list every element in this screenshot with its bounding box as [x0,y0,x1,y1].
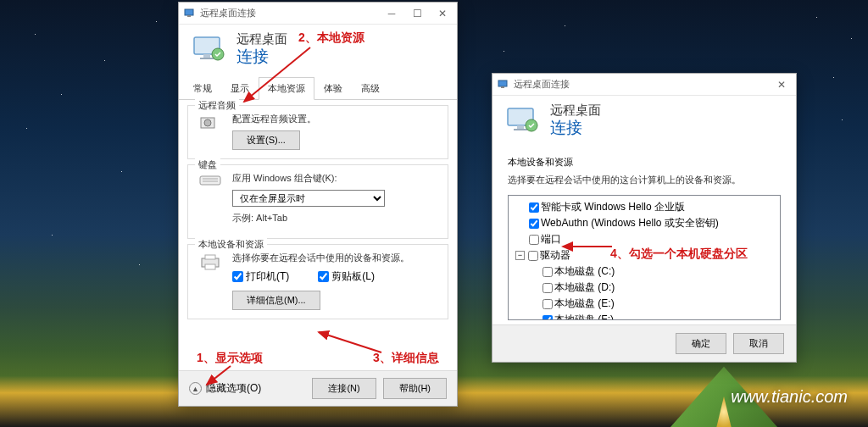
rdp-monitor-icon [192,36,226,64]
app-icon [498,79,509,91]
titlebar[interactable]: 远程桌面连接 ─ ☐ ✕ [179,3,457,25]
checkbox-clipboard[interactable]: 剪贴板(L) [318,269,375,284]
group-keyboard: 键盘 应用 Windows 组合键(K): 仅在全屏显示时 示例: Alt+Ta… [187,164,448,239]
device-tree[interactable]: 智能卡或 Windows Hello 企业版 WebAuthn (Windows… [508,195,781,320]
cancel-button[interactable]: 取消 [733,333,784,354]
audio-text: 配置远程音频设置。 [232,113,439,125]
group-title-audio: 远程音频 [195,99,239,112]
tree-node-drive-f[interactable]: 本地磁盘 (F:) [515,312,776,320]
chevron-up-icon: ▲ [189,382,202,395]
svg-rect-22 [514,129,527,130]
maximize-button[interactable]: ☐ [404,3,430,24]
minimize-button[interactable]: ─ [379,3,404,24]
tab-experience[interactable]: 体验 [314,77,352,100]
banner: 远程桌面 连接 [492,96,796,147]
speaker-icon [197,113,224,150]
app-icon [184,8,196,19]
svg-rect-4 [185,9,193,15]
tree-node-drive-d[interactable]: 本地磁盘 (D:) [515,280,776,296]
close-button[interactable]: ✕ [430,3,455,24]
tab-display[interactable]: 显示 [221,77,259,100]
checkbox-printer[interactable]: 打印机(T) [232,269,289,284]
keyboard-icon [197,172,224,230]
window-title: 远程桌面连接 [514,78,769,91]
svg-rect-8 [200,58,214,59]
group-local-devices: 本地设备和资源 选择你要在远程会话中使用的设备和资源。 打印机(T) 剪贴板(L… [187,244,448,319]
tree-node-ports[interactable]: 端口 [515,231,776,247]
banner-subtitle: 连接 [550,117,601,139]
svg-rect-12 [200,176,220,185]
ok-button[interactable]: 确定 [676,333,726,354]
footer: ▲ 隐藏选项(O) 连接(N) 帮助(H) [179,370,457,406]
close-button[interactable]: ✕ [769,75,794,95]
window-title: 远程桌面连接 [200,7,379,19]
hide-options-toggle[interactable]: ▲ 隐藏选项(O) [189,381,261,396]
rdp-window-main: 远程桌面连接 ─ ☐ ✕ 远程桌面 连接 常规 显示 本地资源 体验 高级 远程… [178,2,458,407]
connect-button[interactable]: 连接(N) [312,378,376,399]
footer: 确定 取消 [492,324,796,362]
svg-point-11 [204,119,211,126]
tree-node-drive-c[interactable]: 本地磁盘 (C:) [515,263,776,280]
tab-bar: 常规 显示 本地资源 体验 高级 [179,76,457,100]
tab-body: 远程音频 配置远程音频设置。 设置(S)... 键盘 应用 Windows 组合… [179,100,457,330]
watermark-text: www.tianic.com [731,387,848,407]
svg-rect-18 [498,80,507,86]
svg-rect-16 [205,255,215,259]
tab-advanced[interactable]: 高级 [352,77,389,100]
tree-node-smartcard[interactable]: 智能卡或 Windows Hello 企业版 [515,199,776,215]
tab-local-resources[interactable]: 本地资源 [259,77,314,100]
keyboard-combo-select[interactable]: 仅在全屏显示时 [232,190,385,207]
tree-node-drives[interactable]: −驱动器 [515,247,776,263]
hide-options-label: 隐藏选项(O) [206,381,261,396]
audio-settings-button[interactable]: 设置(S)... [232,130,300,150]
group-title-devices: 本地设备和资源 [195,238,267,251]
svg-rect-17 [205,264,215,269]
group-remote-audio: 远程音频 配置远程音频设置。 设置(S)... [187,105,448,159]
svg-rect-21 [517,125,524,129]
tab-general[interactable]: 常规 [184,77,221,100]
svg-rect-5 [187,15,191,17]
help-button[interactable]: 帮助(H) [383,378,447,399]
collapse-icon[interactable]: − [515,251,525,260]
titlebar[interactable]: 远程桌面连接 ✕ [492,74,796,96]
keyboard-example: 示例: Alt+Tab [232,212,439,225]
section-subtitle: 选择要在远程会话中使用的这台计算机上的设备和资源。 [508,174,781,186]
rdp-window-details: 远程桌面连接 ✕ 远程桌面 连接 本地设备和资源 选择要在远程会话中使用的这台计… [492,73,797,363]
svg-rect-7 [203,54,210,58]
banner-subtitle: 连接 [236,46,287,68]
details-body: 本地设备和资源 选择要在远程会话中使用的这台计算机上的设备和资源。 智能卡或 W… [492,147,796,320]
details-button[interactable]: 详细信息(M)... [232,291,320,310]
section-title: 本地设备和资源 [508,156,781,169]
keyboard-text: 应用 Windows 组合键(K): [232,172,439,185]
svg-rect-19 [501,86,504,88]
group-title-keyboard: 键盘 [195,158,220,171]
printer-icon [197,252,224,310]
rdp-monitor-icon [506,107,540,136]
tree-node-webauthn[interactable]: WebAuthn (Windows Hello 或安全密钥) [515,215,776,231]
banner: 远程桌面 连接 [179,25,457,76]
devices-text: 选择你要在远程会话中使用的设备和资源。 [232,252,439,264]
tree-node-drive-e[interactable]: 本地磁盘 (E:) [515,296,776,312]
